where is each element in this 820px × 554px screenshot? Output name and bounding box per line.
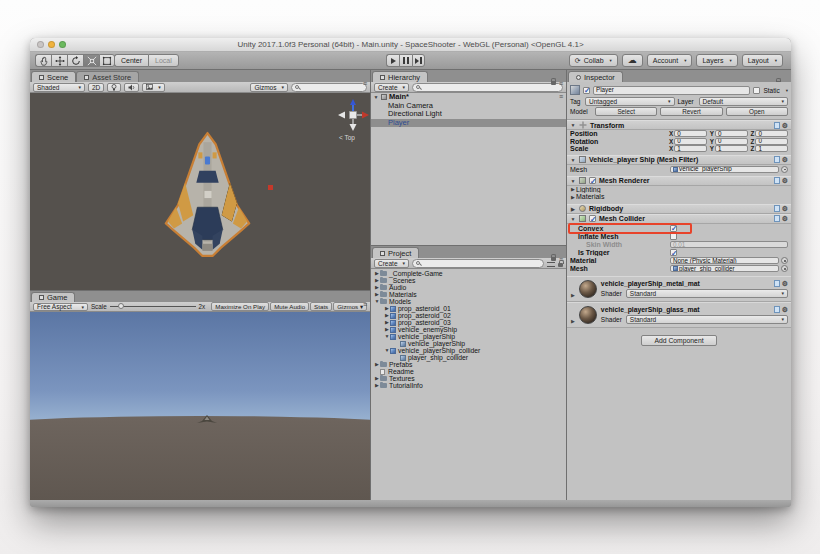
project-item[interactable]: ▶prop_asteroid_02 bbox=[371, 312, 566, 319]
project-item[interactable]: ▶_Complete-Game bbox=[371, 270, 566, 277]
project-item[interactable]: ▶Textures bbox=[371, 375, 566, 382]
mesh-renderer-header[interactable]: ▼ Mesh Renderer bbox=[567, 176, 791, 186]
gameobject-active-checkbox[interactable] bbox=[583, 87, 590, 94]
layout-dropdown[interactable]: Layout▾ bbox=[742, 54, 783, 67]
2d-toggle[interactable]: 2D bbox=[88, 83, 104, 92]
scene-handle-red-dot[interactable] bbox=[268, 185, 273, 190]
inflate-mesh-checkbox[interactable] bbox=[670, 233, 677, 240]
project-item[interactable]: player_ship_collider bbox=[371, 354, 566, 361]
game-panel-menu-icon[interactable] bbox=[363, 293, 367, 311]
gear-icon[interactable] bbox=[782, 205, 788, 212]
scene-viewport[interactable]: < Top bbox=[30, 93, 370, 290]
rotation-y-field[interactable]: 0 bbox=[715, 138, 748, 145]
project-item[interactable]: ▶_Scenes bbox=[371, 277, 566, 284]
is-trigger-checkbox[interactable] bbox=[670, 249, 677, 256]
scene-search-input[interactable] bbox=[291, 83, 367, 92]
move-tool-button[interactable] bbox=[51, 54, 67, 67]
hierarchy-root-scene[interactable]: ▼ Main* bbox=[371, 93, 566, 102]
project-filter-lock-icon[interactable] bbox=[558, 263, 563, 267]
shader-dropdown[interactable]: Standard bbox=[626, 289, 788, 298]
collab-button[interactable]: ⟳Collab▾ bbox=[569, 54, 618, 67]
expander-icon[interactable]: ▶ bbox=[570, 206, 576, 212]
hierarchy-panel-menu-icon[interactable] bbox=[559, 72, 563, 90]
mesh-filter-header[interactable]: ▼ Vehicle_player Ship (Mesh Filter) bbox=[567, 155, 791, 165]
project-item[interactable]: ▼Models bbox=[371, 298, 566, 305]
help-doc-icon[interactable] bbox=[774, 122, 780, 129]
game-maximize-on-play-button[interactable]: Maximize On Play bbox=[211, 302, 269, 311]
hierarchy-search-input[interactable] bbox=[412, 83, 563, 92]
expander-icon[interactable]: ▼ bbox=[570, 122, 576, 128]
expander-icon[interactable]: ▶ bbox=[571, 318, 575, 324]
convex-checkbox[interactable] bbox=[670, 225, 677, 232]
model-select-button[interactable]: Select bbox=[595, 107, 657, 116]
tab-asset-store[interactable]: Asset Store bbox=[76, 71, 139, 82]
physic-material-field[interactable]: None (Physic Material) bbox=[670, 257, 779, 264]
draw-mode-dropdown[interactable]: Shaded bbox=[33, 83, 85, 92]
help-doc-icon[interactable] bbox=[774, 156, 780, 163]
model-revert-button[interactable]: Revert bbox=[660, 107, 722, 116]
gameobject-name-field[interactable]: Player bbox=[593, 86, 750, 95]
object-picker-icon[interactable] bbox=[781, 265, 788, 272]
step-button[interactable] bbox=[412, 54, 425, 67]
project-item[interactable]: vehicle_playerShip bbox=[371, 340, 566, 347]
tab-inspector[interactable]: Inspector bbox=[568, 71, 623, 82]
hierarchy-lock-icon[interactable] bbox=[551, 81, 556, 85]
scene-context-icon[interactable] bbox=[559, 93, 563, 102]
position-y-field[interactable]: 0 bbox=[715, 130, 748, 137]
tag-dropdown[interactable]: Untagged bbox=[585, 97, 675, 106]
gear-icon[interactable] bbox=[782, 215, 788, 222]
scale-x-field[interactable]: 1 bbox=[674, 145, 707, 152]
position-z-field[interactable]: 0 bbox=[755, 130, 788, 137]
transform-header[interactable]: ▼ Transform bbox=[567, 120, 791, 130]
scale-y-field[interactable]: 1 bbox=[715, 145, 748, 152]
project-create-dropdown[interactable]: Create bbox=[374, 259, 409, 268]
help-doc-icon[interactable] bbox=[774, 280, 780, 287]
scale-tool-button[interactable] bbox=[83, 54, 99, 67]
shader-dropdown[interactable]: Standard bbox=[626, 315, 788, 324]
gear-icon[interactable] bbox=[782, 122, 788, 129]
project-item[interactable]: ▶TutorialInfo bbox=[371, 382, 566, 389]
static-checkbox[interactable] bbox=[753, 87, 760, 94]
add-component-button[interactable]: Add Component bbox=[641, 335, 717, 346]
game-mute-audio-button[interactable]: Mute Audio bbox=[270, 302, 309, 311]
pivot-center-button[interactable]: Center bbox=[114, 54, 148, 67]
tab-hierarchy[interactable]: Hierarchy bbox=[372, 71, 428, 82]
help-doc-icon[interactable] bbox=[774, 205, 780, 212]
layer-dropdown[interactable]: Default bbox=[699, 97, 789, 106]
rect-tool-button[interactable] bbox=[99, 54, 115, 67]
help-doc-icon[interactable] bbox=[774, 177, 780, 184]
rigidbody-header[interactable]: ▶ Rigidbody bbox=[567, 204, 791, 214]
rotation-x-field[interactable]: 0 bbox=[674, 138, 707, 145]
expander-icon[interactable]: ▼ bbox=[570, 216, 576, 222]
scale-slider-knob[interactable] bbox=[118, 303, 124, 309]
tab-project[interactable]: Project bbox=[372, 247, 419, 258]
expander-icon[interactable]: ▼ bbox=[570, 178, 576, 184]
model-open-button[interactable]: Open bbox=[726, 107, 788, 116]
project-item[interactable]: Readme bbox=[371, 368, 566, 375]
expander-icon[interactable]: ▼ bbox=[570, 157, 576, 163]
play-button[interactable] bbox=[386, 54, 399, 67]
collider-mesh-field[interactable]: player_ship_collider bbox=[670, 265, 779, 272]
gear-icon[interactable] bbox=[782, 306, 788, 313]
hierarchy-item[interactable]: Player bbox=[371, 119, 566, 128]
mesh-collider-header[interactable]: ▼ Mesh Collider bbox=[567, 214, 791, 224]
cloud-button[interactable]: ☁ bbox=[622, 54, 643, 67]
mesh-filter-mesh-field[interactable]: vehicle_playerShip bbox=[670, 166, 779, 173]
mesh-collider-enabled-checkbox[interactable] bbox=[589, 215, 596, 222]
gear-icon[interactable] bbox=[782, 280, 788, 287]
rotation-z-field[interactable]: 0 bbox=[755, 138, 788, 145]
project-item[interactable]: ▶prop_asteroid_01 bbox=[371, 305, 566, 312]
tab-game[interactable]: Game bbox=[31, 292, 75, 302]
hierarchy-create-dropdown[interactable]: Create bbox=[374, 83, 409, 92]
scale-z-field[interactable]: 1 bbox=[755, 145, 788, 152]
object-picker-icon[interactable] bbox=[781, 257, 788, 264]
layers-dropdown[interactable]: Layers▾ bbox=[696, 54, 737, 67]
scene-gizmos-dropdown[interactable]: Gizmos bbox=[250, 83, 288, 92]
project-lock-icon[interactable] bbox=[551, 257, 556, 261]
expander-icon[interactable]: ▶ bbox=[571, 292, 575, 298]
scene-lighting-toggle[interactable] bbox=[107, 83, 121, 92]
tab-scene[interactable]: Scene bbox=[31, 71, 76, 82]
scene-effects-dropdown[interactable] bbox=[142, 83, 165, 92]
help-doc-icon[interactable] bbox=[774, 306, 780, 313]
project-item[interactable]: ▶Materials bbox=[371, 291, 566, 298]
